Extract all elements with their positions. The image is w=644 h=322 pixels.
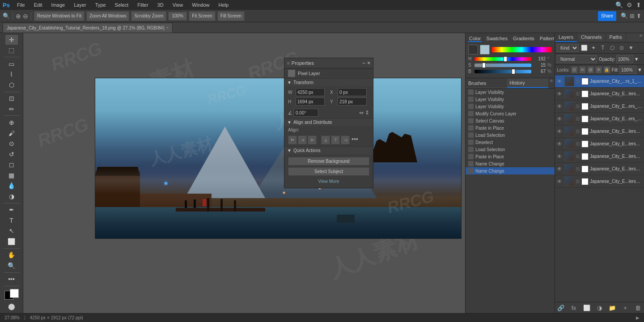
history-list-item[interactable]: Layer Visibility [466,89,555,96]
hue-slider[interactable] [475,57,531,61]
layer-item[interactable]: 👁 ⛓ Japanese_City_E...lers_1_Section2 [555,163,644,175]
history-list-item[interactable]: Layer Visibility [466,96,555,103]
menu-select[interactable]: Select [113,2,131,8]
shape-tool[interactable]: ⬜ [5,237,18,246]
lock-artboard-btn[interactable]: ⊞ [587,66,594,73]
layer-item[interactable]: 👁 ⛓ Japanese_City_...rs_1_Section8 [555,75,644,88]
brushes-tab-header[interactable]: Brushes [466,78,507,88]
transform-section[interactable]: ▼ Transform [284,78,373,86]
canvas-area[interactable]: RRCG 人人素材 RRCG 人人素材 RRCG RRCG 人人素材 [23,33,465,313]
status-arrow[interactable]: ▶ [636,315,640,320]
zoom-all-button[interactable]: Zoom All Windows [86,11,129,21]
align-section[interactable]: ▼ Align and Distribute [284,118,373,126]
layer-item[interactable]: 👁 ⛓ Japanese_City_E...lers_1_Section5 [555,125,644,138]
history-list-item[interactable]: Layer Visibility [466,103,555,110]
align-right-btn[interactable]: ⊨ [308,136,317,144]
gradient-tool[interactable]: ▦ [5,170,18,180]
dodge-tool[interactable]: ◑ [5,191,18,201]
history-list-item[interactable]: Select Canvas [466,117,555,124]
layer-filter-pixel-btn[interactable]: ⬜ [580,44,588,52]
layer-visibility-icon[interactable]: 👁 [557,103,563,110]
move-tool[interactable]: ✛ [5,35,18,45]
gradients-tab[interactable]: Gradients [512,36,535,42]
sat-thumb[interactable] [482,63,486,68]
menu-window[interactable]: Window [190,2,211,8]
quick-actions-section[interactable]: ▼ Quick Actions [284,146,373,154]
history-list-item[interactable]: Paste in Place [466,153,555,160]
history-list-item[interactable]: Paste in Place [466,124,555,131]
fit-screen-button[interactable]: Fit Screen [189,11,216,21]
menu-filter[interactable]: Filter [136,2,150,8]
hue-thumb[interactable] [504,56,507,62]
layers-panel-menu[interactable]: ≡ [638,33,644,42]
layer-visibility-icon[interactable]: 👁 [557,91,563,97]
flip-h-icon[interactable]: ⇔ [359,110,364,116]
h-input[interactable] [296,97,325,106]
color-tab[interactable]: Color [468,36,482,42]
lock-paint-btn[interactable]: ✏ [579,66,586,73]
lock-all-btn[interactable]: 🔒 [603,66,610,73]
quick-mask-tool[interactable]: ⬤ [5,301,18,311]
object-selection-tool[interactable]: ⬡ [5,80,18,90]
path-select-tool[interactable]: ↖ [5,226,18,236]
select-subject-button[interactable]: Select Subject [288,167,369,176]
fill-arrow[interactable]: ▼ [637,67,642,72]
menu-help[interactable]: Help [216,2,230,8]
dist-h-btn[interactable]: ⊥ [321,136,330,144]
blend-mode-select[interactable]: Normal [557,55,597,63]
lock-move-btn[interactable]: ✛ [595,66,602,73]
history-list-item[interactable]: Deselect [466,139,555,146]
lasso-tool[interactable]: ⌇ [5,69,18,79]
layer-visibility-icon[interactable]: 👁 [557,178,563,185]
upload-icon[interactable]: ⬆ [636,13,641,19]
marquee-tool[interactable]: ▭ [5,59,18,69]
swatches-tab[interactable]: Swatches [485,36,508,42]
share2-icon[interactable]: ⬆ [636,1,641,8]
brush-tool[interactable]: 🖌 [5,128,18,138]
flip-v-icon[interactable]: ⇕ [365,110,369,116]
properties-close[interactable]: × [367,60,370,66]
layer-adj-btn[interactable]: ◑ [595,304,603,312]
layer-mask-btn[interactable]: ⬜ [583,304,591,312]
more-tools[interactable]: ••• [5,274,18,284]
menu-edit[interactable]: Edit [32,2,44,8]
bg-color-swatch[interactable] [480,45,490,55]
view-more-link[interactable]: View More [288,178,369,185]
eyedropper-tool[interactable]: ✏ [5,104,18,114]
history-list-item[interactable]: Modify Curves Layer [466,110,555,117]
layer-item[interactable]: 👁 ⛓ Japanese_City_E...lers_1_Section1 [555,175,644,188]
options-icon[interactable]: ⚙ [627,1,632,8]
menu-file[interactable]: File [15,2,27,8]
dist-v-btn[interactable]: ⊣ [341,136,350,144]
zoom-out-icon[interactable]: ⊖ [23,13,28,20]
channels-tab[interactable]: Channels [577,33,606,42]
history-panel-menu[interactable]: ≡ [548,78,555,88]
artboard-tool[interactable]: ⬚ [5,46,18,55]
history-list-item[interactable]: Name Change [466,160,555,167]
layer-filter-more-btn[interactable]: ▼ [627,44,635,52]
fg-color-swatch[interactable] [468,45,478,55]
fill-screen-button[interactable]: Fill Screen [217,11,245,21]
layer-new-btn[interactable]: + [621,304,629,312]
tab-close-button[interactable]: × [166,25,169,30]
scrubby-zoom-button[interactable]: Scrubby Zoom [131,11,166,21]
share-button[interactable]: Share [598,11,616,21]
zoom-input[interactable] [168,12,187,21]
blur-tool[interactable]: 💧 [5,181,18,191]
layer-fx-btn[interactable]: fx [570,304,578,312]
layer-filter-adj-btn[interactable]: ✦ [589,44,597,52]
layer-filter-smart-btn[interactable]: ⊙ [618,44,626,52]
color-swatches[interactable] [4,289,19,300]
layer-visibility-icon[interactable]: 👁 [557,141,563,147]
opacity-arrow[interactable]: ▼ [634,56,639,62]
layers-tab[interactable]: Layers [555,33,577,42]
zoom-tool[interactable]: 🔍 [5,261,18,271]
angle-input[interactable] [294,109,318,117]
layer-item[interactable]: 👁 ⛓ Japanese_City_E...ers_1_Section6A [555,100,644,113]
layer-delete-btn[interactable]: 🗑 [634,304,642,312]
pen-tool[interactable]: ✒ [5,205,18,215]
layer-visibility-icon[interactable]: 👁 [557,78,563,85]
x-input[interactable] [338,88,367,96]
crop-tool[interactable]: ⊡ [5,93,18,103]
lock-transparent-btn[interactable]: ⊡ [571,66,578,73]
